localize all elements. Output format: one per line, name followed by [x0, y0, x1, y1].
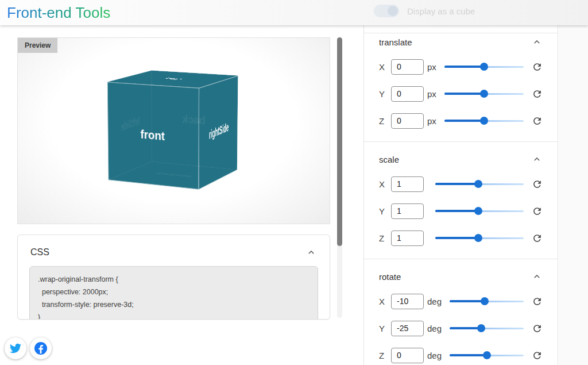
translate-section: translate X px Y px — [364, 25, 558, 142]
refresh-icon — [532, 116, 543, 126]
translate-x-input[interactable] — [391, 59, 424, 75]
unit-label: deg — [427, 324, 442, 333]
slider-thumb[interactable] — [474, 234, 482, 242]
scale-section-title: scale — [379, 155, 399, 164]
rotate-z-slider[interactable] — [450, 351, 524, 359]
translate-collapse-button[interactable] — [531, 36, 543, 48]
slider-track — [444, 66, 484, 68]
rotate-x-slider[interactable] — [450, 297, 524, 305]
facebook-icon — [34, 341, 48, 355]
rotate-section-title: rotate — [379, 272, 401, 282]
css-collapse-button[interactable] — [305, 247, 317, 258]
toggle-knob — [388, 6, 398, 16]
translate-y-reset-button[interactable] — [532, 89, 543, 99]
translate-x-reset-button[interactable] — [532, 62, 543, 72]
css-code-block: .wrap-original-transform { perspective: … — [29, 266, 318, 320]
scale-z-input[interactable] — [391, 230, 424, 246]
facebook-button[interactable] — [30, 337, 52, 359]
translate-y-slider[interactable] — [444, 90, 524, 98]
translate-z-input[interactable] — [391, 113, 424, 129]
twitter-button[interactable] — [5, 337, 26, 359]
rotate-collapse-button[interactable] — [531, 271, 543, 282]
slider-thumb[interactable] — [480, 63, 488, 71]
cube-display-toggle-label: Display as a cube — [407, 6, 475, 16]
scale-y-reset-button[interactable] — [532, 206, 543, 217]
refresh-icon — [532, 89, 543, 99]
vertical-scrollbar-track[interactable] — [337, 37, 342, 318]
preview-tab: Preview — [18, 38, 57, 53]
unit-label: deg — [427, 351, 442, 360]
chevron-up-icon — [305, 247, 317, 258]
rotate-y-input[interactable] — [391, 321, 424, 336]
axis-label: Z — [379, 116, 387, 126]
refresh-icon — [532, 206, 543, 217]
refresh-icon — [532, 350, 543, 361]
cube-face-front-label: front — [140, 127, 165, 143]
panel-divider — [364, 33, 558, 33]
slider-thumb[interactable] — [483, 351, 491, 359]
rotate-z-reset-button[interactable] — [532, 350, 543, 361]
slider-track — [444, 93, 484, 95]
code-line: perspective: 2000px; — [38, 286, 310, 299]
slider-thumb[interactable] — [474, 180, 482, 188]
slider-thumb[interactable] — [474, 207, 482, 215]
preview-panel: Preview front back rightSide leftSide to… — [17, 37, 330, 224]
transform-controls-panel: translate X px Y px — [363, 25, 558, 365]
app-header: Front-end Tools Display as a cube — [0, 0, 588, 25]
translate-z-reset-button[interactable] — [532, 116, 543, 126]
scale-y-input[interactable] — [391, 203, 424, 219]
slider-track — [450, 327, 481, 329]
axis-label: Y — [379, 324, 387, 333]
slider-track — [435, 210, 478, 212]
chevron-up-icon — [531, 36, 543, 48]
rotate-x-reset-button[interactable] — [532, 296, 543, 307]
scale-section: scale X Y — [364, 142, 558, 259]
vertical-scrollbar-thumb[interactable] — [337, 37, 342, 246]
scale-x-slider[interactable] — [435, 180, 524, 188]
slider-track — [450, 354, 486, 356]
refresh-icon — [532, 296, 543, 307]
cube-face-right-label: rightSide — [208, 120, 228, 141]
page-background-gutter — [559, 25, 588, 365]
unit-label: px — [427, 62, 436, 72]
axis-label: Y — [379, 89, 387, 99]
slider-thumb[interactable] — [480, 117, 488, 125]
scale-y-row: Y — [379, 203, 543, 219]
scale-z-slider[interactable] — [435, 234, 524, 242]
rotate-y-reset-button[interactable] — [532, 323, 543, 334]
translate-y-input[interactable] — [391, 86, 424, 102]
rotate-z-input[interactable] — [391, 348, 424, 363]
translate-x-slider[interactable] — [444, 63, 524, 71]
rotate-y-row: Y deg — [379, 320, 543, 336]
social-links — [5, 337, 52, 359]
slider-thumb[interactable] — [480, 90, 488, 98]
rotate-y-slider[interactable] — [450, 324, 524, 332]
scale-y-slider[interactable] — [435, 207, 524, 215]
css-panel: CSS .wrap-original-transform { perspecti… — [17, 235, 330, 320]
translate-z-slider[interactable] — [444, 117, 524, 125]
twitter-icon — [10, 343, 21, 354]
scale-x-reset-button[interactable] — [532, 179, 543, 190]
chevron-up-icon — [531, 153, 543, 165]
scale-z-row: Z — [379, 230, 543, 246]
cube-display-toggle[interactable] — [374, 5, 399, 17]
rotate-section: rotate X deg Y deg — [364, 259, 558, 365]
code-line: } — [38, 312, 310, 320]
cube-face-front: front — [107, 82, 199, 189]
rotate-x-input[interactable] — [391, 294, 424, 309]
slider-track — [435, 183, 478, 185]
slider-thumb[interactable] — [481, 297, 489, 305]
refresh-icon — [532, 323, 543, 334]
axis-label: Z — [379, 233, 387, 243]
css-panel-title: CSS — [30, 247, 49, 258]
code-line: transform-style: preserve-3d; — [38, 299, 310, 312]
translate-z-row: Z px — [379, 113, 543, 129]
scale-collapse-button[interactable] — [531, 153, 543, 165]
refresh-icon — [532, 179, 543, 190]
cube-scene: front back rightSide leftSide top bottom — [125, 78, 223, 176]
scale-z-reset-button[interactable] — [532, 233, 543, 244]
slider-thumb[interactable] — [477, 324, 485, 332]
refresh-icon — [532, 233, 543, 244]
scale-x-input[interactable] — [391, 176, 424, 192]
slider-track — [435, 237, 478, 239]
